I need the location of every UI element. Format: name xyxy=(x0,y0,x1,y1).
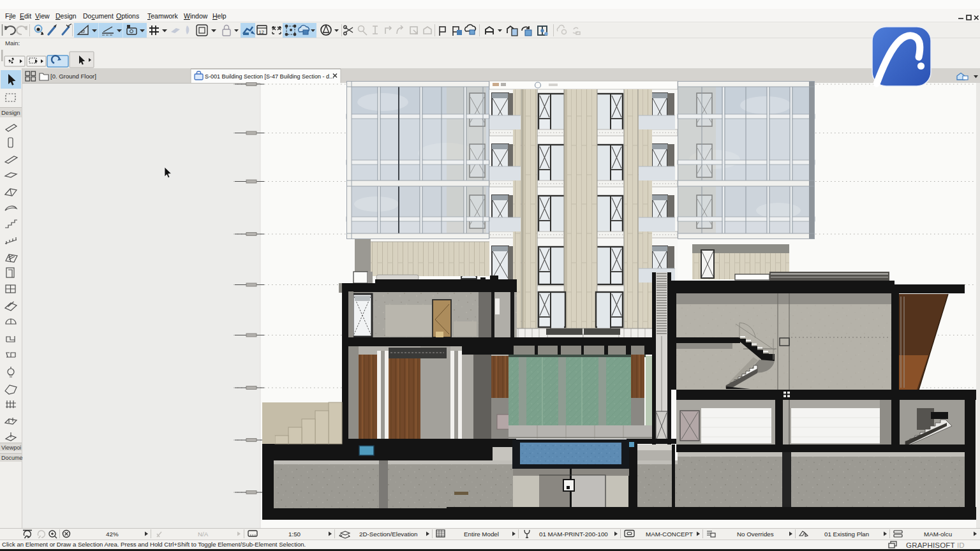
svg-text:42%: 42% xyxy=(106,531,119,538)
svg-text:Design: Design xyxy=(56,12,77,20)
svg-text:N/A: N/A xyxy=(198,531,209,538)
svg-text:01 Existing Plan: 01 Existing Plan xyxy=(824,531,869,538)
svg-text:Entire Model: Entire Model xyxy=(464,531,499,538)
svg-text:2D-Section/Elevation: 2D-Section/Elevation xyxy=(359,531,418,538)
svg-text:Document: Document xyxy=(83,12,114,20)
svg-text:Window: Window xyxy=(184,12,208,20)
svg-text:Edit: Edit xyxy=(20,12,31,20)
svg-text:Help: Help xyxy=(212,12,226,20)
svg-text:[0. Ground Floor]: [0. Ground Floor] xyxy=(50,73,96,80)
svg-text:Click an Element or Draw a Sel: Click an Element or Draw a Selection Are… xyxy=(2,541,306,548)
svg-text:Options: Options xyxy=(116,12,139,20)
svg-text:File: File xyxy=(5,12,16,20)
svg-text:Docume: Docume xyxy=(1,455,23,461)
svg-text:Viewpoi: Viewpoi xyxy=(1,444,21,451)
svg-text:1:50: 1:50 xyxy=(288,531,301,538)
svg-text:Design: Design xyxy=(1,109,20,116)
svg-text:GRAPHISOFT: GRAPHISOFT xyxy=(906,541,955,549)
svg-text:Main:: Main: xyxy=(5,40,20,47)
svg-text:Teamwork: Teamwork xyxy=(147,12,179,20)
svg-text:MAM-olcu: MAM-olcu xyxy=(924,531,952,538)
svg-text:ID: ID xyxy=(957,541,965,549)
svg-text:12: 12 xyxy=(259,29,264,35)
svg-text:MAM-CONCEPT: MAM-CONCEPT xyxy=(646,531,693,538)
svg-text:View: View xyxy=(35,12,50,20)
svg-text:S-001 Building Section [S-47 B: S-001 Building Section [S-47 Building Se… xyxy=(205,73,334,80)
svg-text:No Overrides: No Overrides xyxy=(737,531,774,538)
svg-text:01 MAM-PRINT-200-100: 01 MAM-PRINT-200-100 xyxy=(539,531,608,538)
